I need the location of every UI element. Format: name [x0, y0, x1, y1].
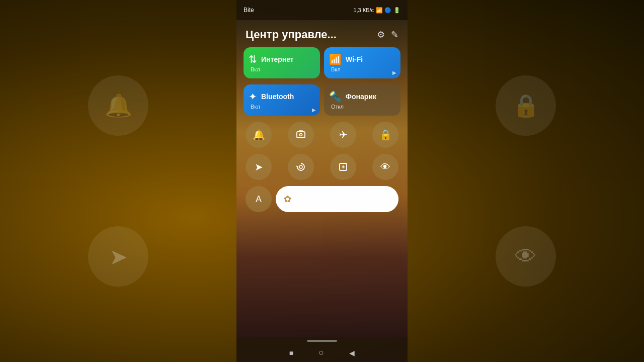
flashlight-toggle[interactable]: 🔦 Фонарик Откл — [324, 84, 400, 116]
bluetooth-arrow: ▶ — [312, 107, 316, 113]
nav-buttons: ■ ○ ◀ — [289, 347, 355, 358]
brightness-fill: ✿ — [276, 186, 398, 212]
cc-title: Центр управле... — [246, 28, 337, 41]
cc-header: Центр управле... ⚙ ✎ — [244, 28, 400, 41]
background-overlay: 🔔 ➤ 🔒 👁 Bite 1,3 КБ/с 📶 🔵 🔋 Центр управл… — [0, 0, 644, 362]
flashlight-icon: 🔦 — [329, 90, 342, 103]
internet-icon: ⇅ — [249, 53, 257, 65]
toggle-row-1: ⇅ Интернет Вкл 📶 Wi-Fi Вкл ▶ — [244, 47, 400, 78]
nav-home-button[interactable]: ○ — [318, 347, 324, 358]
bluetooth-status: Вкл — [251, 104, 260, 110]
phone-frame: Bite 1,3 КБ/с 📶 🔵 🔋 Центр управле... ⚙ ✎ — [236, 0, 408, 362]
wifi-icon: 📶 — [329, 53, 342, 65]
bluetooth-toggle[interactable]: ✦ Bluetooth Вкл ▶ — [244, 84, 320, 116]
lock-button[interactable]: 🔒 — [372, 122, 398, 148]
brightness-sun-icon: ✿ — [284, 194, 291, 205]
carrier-label: Bite — [244, 7, 254, 14]
flashlight-status: Откл — [331, 104, 344, 110]
brightness-slider[interactable]: ✿ — [276, 186, 398, 212]
internet-toggle[interactable]: ⇅ Интернет Вкл — [244, 47, 320, 78]
circles-row-1: 🔔 ✈ 🔒 — [244, 122, 400, 148]
screenshot-button[interactable] — [288, 122, 314, 148]
control-center: Центр управле... ⚙ ✎ ⇅ Интернет Вкл — [236, 20, 408, 337]
svg-rect-0 — [297, 132, 305, 138]
cc-header-icons: ⚙ ✎ — [377, 29, 398, 40]
wifi-status: Вкл — [331, 66, 341, 72]
flashlight-label: Фонарик — [346, 93, 376, 101]
status-bar: Bite 1,3 КБ/с 📶 🔵 🔋 — [236, 0, 408, 20]
bg-icons-right: 🔒 👁 — [408, 0, 644, 362]
nav-back-button[interactable]: ◀ — [349, 349, 355, 357]
internet-status: Вкл — [251, 66, 260, 72]
bell-button[interactable]: 🔔 — [246, 122, 272, 148]
nav-square-button[interactable]: ■ — [289, 349, 293, 357]
toggle-row-2: ✦ Bluetooth Вкл ▶ 🔦 Фонарик Откл — [244, 84, 400, 116]
settings-icon[interactable]: ⚙ — [377, 29, 385, 40]
airplane-button[interactable]: ✈ — [330, 122, 356, 148]
svg-point-1 — [300, 134, 302, 136]
font-size-circle[interactable]: A — [246, 186, 272, 212]
bluetooth-label: Bluetooth — [261, 93, 294, 101]
home-indicator-area: ■ ○ ◀ — [236, 337, 408, 362]
eye-button[interactable]: 👁 — [372, 154, 398, 180]
signal-icons: 📶 🔵 — [376, 7, 391, 14]
bg-bell-icon: 🔔 — [88, 75, 148, 136]
bg-eye-icon: 👁 — [496, 226, 556, 287]
bluetooth-icon: ✦ — [249, 90, 257, 103]
bg-location-icon: ➤ — [88, 226, 148, 287]
fullscreen-button[interactable] — [330, 154, 356, 180]
brightness-row: A ✿ — [244, 186, 400, 212]
speed-label: 1,3 КБ/с — [353, 7, 374, 13]
status-right: 1,3 КБ/с 📶 🔵 🔋 — [353, 7, 400, 14]
wifi-label: Wi-Fi — [346, 55, 363, 63]
home-bar — [307, 340, 337, 342]
internet-label: Интернет — [261, 55, 294, 63]
font-size-label: A — [256, 194, 262, 205]
svg-point-2 — [299, 165, 302, 168]
battery-icon: 🔋 — [393, 7, 400, 14]
wifi-arrow: ▶ — [392, 70, 396, 75]
rotate-lock-button[interactable] — [288, 154, 314, 180]
circles-row-2: ➤ 👁 — [244, 154, 400, 180]
bg-lock-icon: 🔒 — [496, 75, 556, 136]
bg-icons-left: 🔔 ➤ — [0, 0, 236, 362]
edit-icon[interactable]: ✎ — [391, 29, 398, 40]
wifi-toggle[interactable]: 📶 Wi-Fi Вкл ▶ — [324, 47, 400, 78]
location-button[interactable]: ➤ — [246, 154, 272, 180]
